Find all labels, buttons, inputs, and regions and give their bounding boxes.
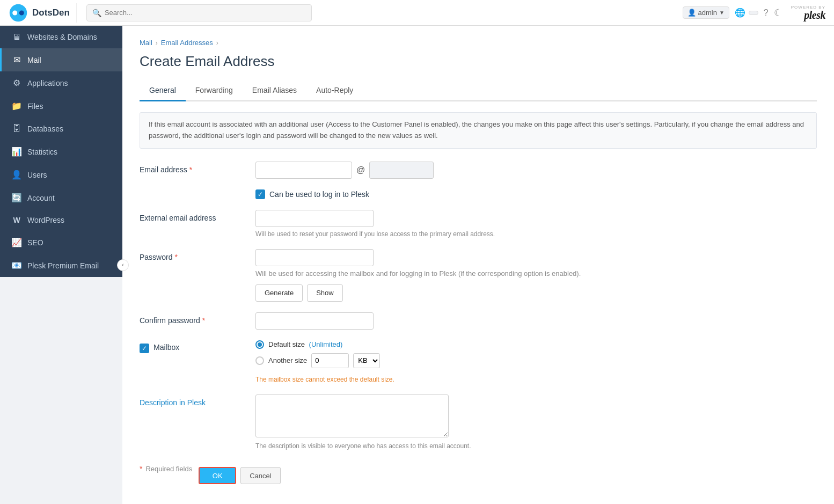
plesk-logo: POWERED BY plesk [791, 5, 825, 20]
sidebar-item-wordpress[interactable]: W WordPress [0, 209, 122, 231]
svg-point-1 [12, 10, 17, 15]
tab-autoreply[interactable]: Auto-Reply [306, 81, 363, 101]
sidebar-item-premium-email[interactable]: 📧 Plesk Premium Email [0, 254, 122, 277]
description-label: Description in Plesk [140, 395, 247, 407]
main-content: Mail › Email Addresses › Create Email Ad… [122, 26, 834, 504]
help-icon[interactable]: ? [764, 8, 769, 18]
can-login-label[interactable]: Can be used to log in to Plesk [269, 190, 369, 199]
default-size-row: Default size (Unlimited) [255, 340, 817, 349]
generate-button[interactable]: Generate [255, 284, 303, 302]
mailbox-size-hint: The mailbox size cannot exceed the defau… [255, 375, 817, 384]
svg-point-2 [19, 10, 24, 15]
user-menu[interactable]: 👤 admin ▼ [683, 6, 729, 19]
info-text: If this email account is associated with… [149, 120, 804, 140]
email-required-star: * [189, 165, 192, 174]
show-button[interactable]: Show [307, 284, 343, 302]
breadcrumb-email-addresses[interactable]: Email Addresses [161, 39, 213, 47]
mailbox-control: Default size (Unlimited) Another size KB… [255, 340, 817, 384]
sidebar-item-label-files: Files [27, 102, 43, 111]
password-label: Password* [140, 249, 247, 261]
applications-icon: ⚙ [11, 78, 22, 88]
password-input[interactable] [255, 249, 374, 266]
email-local-input[interactable] [255, 162, 352, 179]
search-input[interactable] [105, 9, 306, 17]
sidebar-item-label-users: Users [27, 171, 47, 179]
breadcrumb-mail[interactable]: Mail [140, 39, 152, 47]
tab-general[interactable]: General [140, 81, 186, 101]
password-required-star: * [174, 253, 177, 261]
another-size-radio[interactable] [255, 356, 264, 365]
sidebar-collapse-button[interactable]: ‹ [117, 259, 129, 271]
description-hint: The description is visible to everyone w… [255, 442, 817, 451]
search-box[interactable]: 🔍 [86, 4, 312, 21]
theme-icon[interactable]: ☾ [774, 7, 782, 19]
tabs: General Forwarding Email Aliases Auto-Re… [140, 81, 817, 101]
form-footer: * Required fields OK Cancel [140, 462, 817, 484]
app-logo-text: DotsDen [32, 8, 70, 18]
password-control: Will be used for accessing the mailbox a… [255, 249, 817, 301]
websites-icon: 🖥 [11, 32, 22, 42]
tab-forwarding[interactable]: Forwarding [186, 81, 243, 101]
tab-aliases[interactable]: Email Aliases [243, 81, 306, 101]
sidebar-item-websites[interactable]: 🖥 Websites & Domains [0, 26, 122, 48]
can-login-row: ✓ Can be used to log in to Plesk [255, 189, 817, 199]
password-row: Password* Will be used for accessing the… [140, 249, 817, 301]
external-email-control: Will be used to reset your password if y… [255, 210, 817, 239]
sidebar-item-files[interactable]: 📁 Files [0, 94, 122, 118]
email-domain-display [369, 162, 434, 179]
sidebar-item-label-premium-email: Plesk Premium Email [27, 261, 99, 270]
sidebar-item-label-databases: Databases [27, 125, 63, 133]
sidebar-item-statistics[interactable]: 📊 Statistics [0, 140, 122, 163]
required-fields-label: Required fields [145, 465, 192, 473]
confirm-password-control [255, 312, 817, 330]
sidebar-item-label-applications: Applications [27, 79, 68, 87]
mailbox-size-input[interactable] [311, 353, 349, 368]
password-actions: Generate Show [255, 284, 817, 302]
mailbox-checkbox[interactable]: ✓ [140, 344, 149, 353]
can-login-checkbox[interactable]: ✓ [255, 189, 265, 199]
description-row: Description in Plesk The description is … [140, 395, 817, 451]
sidebar-item-account[interactable]: 🔄 Account [0, 186, 122, 209]
external-email-input[interactable] [255, 210, 374, 227]
mailbox-size-unit-select[interactable]: KB MB GB [353, 353, 380, 368]
required-fields-star: * [140, 464, 142, 473]
mail-icon: ✉ [11, 55, 22, 65]
topbar-right: 👤 admin ▼ 🌐 ? ☾ POWERED BY plesk [683, 5, 825, 20]
topbar: DotsDen 🔍 👤 admin ▼ 🌐 ? ☾ POWERED BY ple… [0, 0, 834, 26]
description-control: The description is visible to everyone w… [255, 395, 817, 451]
default-size-radio[interactable] [255, 340, 264, 349]
default-size-label: Default size (Unlimited) [268, 340, 342, 348]
sidebar-item-label-seo: SEO [27, 238, 43, 247]
sidebar-item-applications[interactable]: ⚙ Applications [0, 71, 122, 94]
sidebar-item-label-websites: Websites & Domains [27, 33, 97, 41]
external-email-row: External email address Will be used to r… [140, 210, 817, 239]
sidebar-item-users[interactable]: 👤 Users [0, 163, 122, 186]
ok-button[interactable]: OK [199, 467, 236, 484]
sidebar: 🖥 Websites & Domains ✉ Mail ⚙ Applicatio… [0, 26, 122, 277]
app-logo-icon [9, 3, 28, 23]
user-label: admin [698, 9, 717, 17]
confirm-required-star: * [202, 316, 205, 325]
content-area: Mail › Email Addresses › Create Email Ad… [122, 26, 834, 504]
confirm-password-input[interactable] [255, 312, 374, 330]
account-icon: 🔄 [11, 193, 22, 203]
sidebar-item-databases[interactable]: 🗄 Databases [0, 118, 122, 140]
info-box: If this email account is associated with… [140, 112, 817, 149]
cancel-button[interactable]: Cancel [240, 467, 280, 484]
form-action-buttons: OK Cancel [199, 467, 280, 484]
confirm-password-label: Confirm password* [140, 312, 247, 325]
page-title: Create Email Address [140, 53, 817, 70]
sidebar-item-seo[interactable]: 📈 SEO [0, 231, 122, 254]
mailbox-row: ✓ Mailbox Default size (Unlimited) [140, 340, 817, 384]
another-size-row: Another size KB MB GB [255, 353, 817, 368]
plesk-brand: plesk [804, 10, 825, 20]
mailbox-size-options: Default size (Unlimited) Another size KB… [255, 340, 817, 384]
external-email-hint: Will be used to reset your password if y… [255, 230, 817, 239]
breadcrumb: Mail › Email Addresses › [140, 39, 817, 47]
description-textarea[interactable] [255, 395, 449, 437]
email-address-control: @ [255, 162, 817, 179]
sidebar-item-mail[interactable]: ✉ Mail [0, 48, 122, 71]
language-selector[interactable]: 🌐 [735, 8, 758, 18]
search-icon: 🔍 [92, 9, 101, 17]
sidebar-item-label-mail: Mail [27, 56, 41, 64]
